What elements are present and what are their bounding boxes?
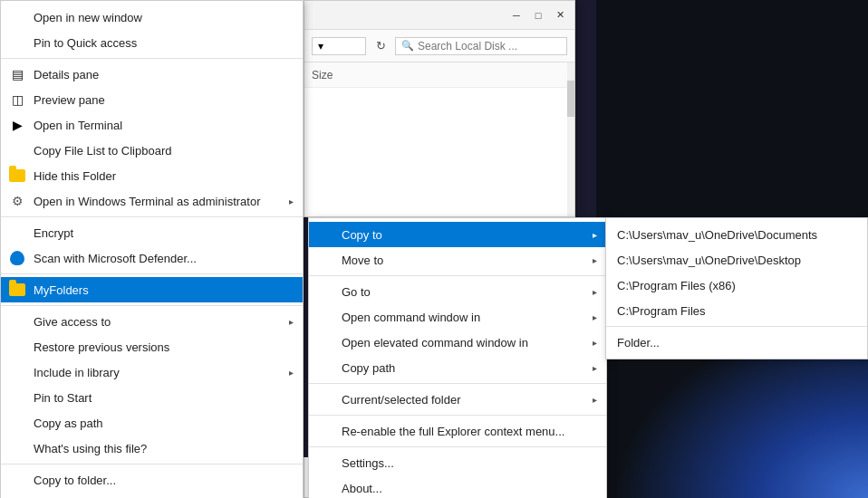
left-menu-icon-include-library — [8, 363, 26, 381]
middle-menu-item-open-command-window[interactable]: Open command window in▸ — [309, 304, 606, 330]
right-menu-item-program-files[interactable]: C:\Program Files — [606, 298, 867, 323]
left-menu-icon-open-terminal: ▶ — [8, 116, 26, 134]
middle-menu-item-copy-to[interactable]: Copy to▸ — [309, 222, 606, 247]
middle-menu-label-open-command-window: Open command window in — [342, 311, 480, 324]
folder-icon — [9, 169, 25, 182]
left-menu-item-whats-using[interactable]: What's using this file? — [1, 436, 303, 461]
middle-menu-label-settings: Settings... — [342, 456, 394, 470]
column-header: Size — [304, 62, 574, 88]
middle-menu-item-copy-path-m[interactable]: Copy path▸ — [309, 355, 606, 380]
vertical-scrollbar[interactable] — [567, 62, 574, 216]
right-menu-label-program-files-x86: C:\Program Files (x86) — [617, 279, 736, 292]
left-menu-item-pin-start[interactable]: Pin to Start — [1, 385, 303, 410]
middle-menu-label-about: About... — [342, 482, 382, 495]
left-menu-item-preview-pane[interactable]: ◫Preview pane — [1, 87, 303, 112]
search-box[interactable]: 🔍 — [395, 37, 567, 55]
scrollbar-thumb[interactable] — [567, 81, 574, 117]
middle-menu-item-settings[interactable]: Settings... — [309, 450, 606, 475]
middle-menu-item-re-enable-explorer[interactable]: Re-enable the full Explorer context menu… — [309, 418, 606, 444]
left-menu-item-hide-folder[interactable]: Hide this Folder — [1, 163, 303, 188]
left-menu-label-open-new-window: Open in new window — [34, 11, 142, 24]
left-menu-item-move-to-folder[interactable]: Move to folder... — [1, 493, 303, 498]
left-menu-item-pin-quick-access[interactable]: Pin to Quick access — [1, 30, 303, 55]
middle-menu-arrow-current-selected-folder: ▸ — [593, 395, 597, 405]
right-menu-item-program-files-x86[interactable]: C:\Program Files (x86) — [606, 273, 867, 298]
left-separator-14 — [1, 305, 303, 306]
left-menu-item-copy-to-folder[interactable]: Copy to folder... — [1, 467, 303, 493]
left-menu-item-copy-path[interactable]: Copy as path — [1, 410, 303, 436]
left-menu-label-preview-pane: Preview pane — [34, 93, 105, 107]
left-menu-arrow-include-library: ▸ — [289, 368, 294, 378]
middle-menu-arrow-move-to: ▸ — [593, 255, 597, 265]
left-menu-item-copy-file-list[interactable]: Copy File List to Clipboard — [1, 138, 303, 163]
dropdown-arrow-icon: ▾ — [318, 40, 323, 53]
left-menu-label-open-windows-terminal: Open in Windows Terminal as administrato… — [34, 195, 260, 208]
left-separator-2 — [1, 58, 303, 59]
left-separator-9 — [1, 216, 303, 217]
left-menu-label-give-access: Give access to — [34, 315, 111, 329]
path-dropdown[interactable]: ▾ — [312, 37, 366, 55]
left-separator-21 — [1, 464, 303, 464]
explorer-content: Size — [304, 62, 574, 216]
middle-context-menu: Copy to▸Move to▸Go to▸Open command windo… — [308, 217, 607, 498]
left-menu-item-include-library[interactable]: Include in library▸ — [1, 359, 303, 385]
middle-menu-item-about[interactable]: About... — [309, 475, 606, 498]
left-menu-label-copy-path: Copy as path — [34, 417, 103, 430]
middle-menu-item-go-to[interactable]: Go to▸ — [309, 279, 606, 304]
middle-menu-item-open-elevated-command[interactable]: Open elevated command window in▸ — [309, 330, 606, 355]
left-menu-item-open-new-window[interactable]: Open in new window — [1, 5, 303, 30]
left-menu-icon-details-pane: ▤ — [8, 65, 26, 83]
left-menu-icon-copy-to-folder — [8, 471, 26, 489]
middle-menu-item-current-selected-folder[interactable]: Current/selected folder▸ — [309, 387, 606, 412]
middle-menu-item-move-to[interactable]: Move to▸ — [309, 247, 606, 273]
middle-separator-7 — [309, 383, 606, 384]
middle-menu-arrow-open-elevated-command: ▸ — [593, 338, 597, 348]
left-menu-item-scan-defender[interactable]: Scan with Microsoft Defender... — [1, 245, 303, 271]
right-menu-label-onedrive-docs: C:\Users\mav_u\OneDrive\Documents — [617, 228, 817, 242]
left-menu-item-details-pane[interactable]: ▤Details pane — [1, 62, 303, 87]
right-menu-label-onedrive-desktop: C:\Users\mav_u\OneDrive\Desktop — [617, 254, 801, 267]
left-menu-item-open-windows-terminal[interactable]: ⚙Open in Windows Terminal as administrat… — [1, 188, 303, 214]
left-menu-label-copy-to-folder: Copy to folder... — [34, 474, 116, 487]
maximize-button[interactable]: □ — [531, 8, 545, 23]
close-button[interactable]: ✕ — [553, 8, 567, 23]
left-separator-12 — [1, 273, 303, 274]
left-menu-icon-scan-defender — [8, 249, 26, 267]
left-menu-item-open-terminal[interactable]: ▶Open in Terminal — [1, 112, 303, 138]
titlebar: ─ □ ✕ — [304, 1, 574, 30]
right-separator-4 — [606, 326, 867, 327]
left-menu-icon-preview-pane: ◫ — [8, 91, 26, 109]
left-menu-icon-encrypt — [8, 224, 26, 242]
middle-menu-label-copy-to: Copy to — [342, 228, 382, 242]
right-context-menu: C:\Users\mav_u\OneDrive\DocumentsC:\User… — [605, 217, 868, 359]
left-menu-label-restore-previous: Restore previous versions — [34, 340, 169, 354]
toolbar: ▾ ↻ 🔍 — [304, 30, 574, 62]
search-icon: 🔍 — [401, 40, 414, 52]
left-menu-icon-pin-start — [8, 388, 26, 407]
middle-separator-11 — [309, 446, 606, 447]
left-menu-item-give-access[interactable]: Give access to▸ — [1, 309, 303, 334]
right-menu-item-folder-ellipsis[interactable]: Folder... — [606, 330, 867, 355]
left-menu-item-restore-previous[interactable]: Restore previous versions — [1, 334, 303, 359]
size-column-header: Size — [312, 69, 333, 81]
left-menu-icon-pin-quick-access — [8, 34, 26, 52]
right-menu-item-onedrive-docs[interactable]: C:\Users\mav_u\OneDrive\Documents — [606, 222, 867, 247]
left-menu-label-pin-quick-access: Pin to Quick access — [34, 36, 137, 50]
left-menu-arrow-open-windows-terminal: ▸ — [289, 196, 294, 206]
defender-icon — [10, 251, 24, 265]
left-menu-label-scan-defender: Scan with Microsoft Defender... — [34, 252, 197, 265]
left-menu-item-myfolders[interactable]: MyFolders — [1, 277, 303, 302]
left-menu-icon-myfolders — [8, 281, 26, 299]
search-input[interactable] — [418, 40, 561, 53]
left-menu-label-pin-start: Pin to Start — [34, 391, 92, 405]
left-menu-label-encrypt: Encrypt — [34, 226, 73, 240]
left-menu-item-encrypt[interactable]: Encrypt — [1, 220, 303, 245]
left-menu-icon-restore-previous — [8, 338, 26, 356]
minimize-button[interactable]: ─ — [509, 8, 524, 23]
refresh-button[interactable]: ↻ — [370, 35, 391, 57]
left-menu-arrow-give-access: ▸ — [289, 317, 294, 327]
middle-separator-2 — [309, 275, 606, 276]
left-menu-icon-give-access — [8, 312, 26, 330]
left-menu-label-myfolders: MyFolders — [34, 283, 89, 297]
right-menu-item-onedrive-desktop[interactable]: C:\Users\mav_u\OneDrive\Desktop — [606, 247, 867, 273]
